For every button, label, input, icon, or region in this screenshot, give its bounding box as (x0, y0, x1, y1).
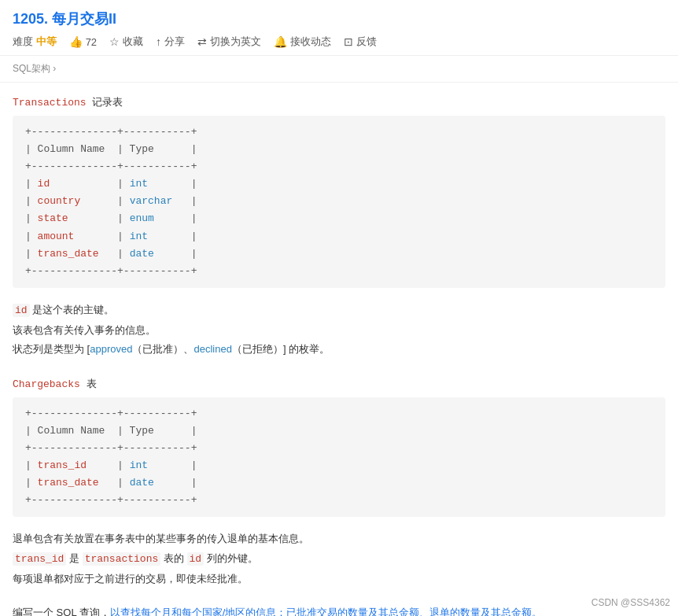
chargebacks-note-1: 退单包含有关放置在事务表中的某些事务的传入退单的基本信息。 (13, 529, 665, 549)
transactions-bottom-border: +--------------+-----------+ (25, 263, 653, 280)
transactions-desc: 记录表 (87, 97, 123, 109)
chargebacks-notes: 退单包含有关放置在事务表中的某些事务的传入退单的基本信息。 trans_id 是… (13, 525, 665, 595)
chargebacks-top-border: +--------------+-----------+ (25, 405, 653, 422)
transactions-note-2: 该表包含有关传入事务的信息。 (13, 321, 665, 341)
switch-language-button[interactable]: ⇄ 切换为英文 (197, 35, 261, 49)
question-link[interactable]: 以查找每个月和每个国家/地区的信息：已批准交易的数量及其总金额、退单的数量及其总… (110, 607, 543, 616)
main-content: Transactions 记录表 +--------------+-------… (0, 83, 678, 616)
feedback-button[interactable]: ⊡ 反馈 (344, 35, 377, 49)
subscribe-label: 接收动态 (290, 35, 331, 49)
favorite-button[interactable]: ☆ 收藏 (109, 35, 143, 49)
chargebacks-note-2: trans_id 是 transactions 表的 id 列的外键。 (13, 549, 665, 570)
transactions-row-state: | state | enum | (25, 210, 653, 227)
share-icon: ↑ (156, 35, 161, 48)
transactions-keyword: Transactions (13, 97, 87, 109)
meta-bar: 难度 中等 👍 72 ☆ 收藏 ↑ 分享 ⇄ 切换为英文 🔔 接收动态 ⊡ 反馈 (13, 35, 665, 49)
question-before-link: 编写一个 SQL 查询， (13, 607, 110, 616)
transactions-note-3: 状态列是类型为 [approved（已批准）、declined（已拒绝）] 的枚… (13, 340, 665, 360)
subscribe-button[interactable]: 🔔 接收动态 (274, 35, 331, 49)
like-icon: 👍 (69, 35, 83, 48)
transactions-row-amount: | amount | int | (25, 228, 653, 245)
star-icon: ☆ (109, 35, 120, 48)
breadcrumb-link[interactable]: SQL架构 › (13, 63, 56, 74)
chargebacks-table-box: +--------------+-----------+ | Column Na… (13, 397, 665, 518)
breadcrumb[interactable]: SQL架构 › (0, 56, 678, 83)
transactions-row-country: | country | varchar | (25, 193, 653, 210)
chargebacks-note-3: 每项退单都对应于之前进行的交易，即使未经批准。 (13, 570, 665, 589)
chargebacks-keyword: Chargebacks (13, 378, 80, 390)
transactions-notes: id 是这个表的主键。 该表包含有关传入事务的信息。 状态列是类型为 [appr… (13, 296, 665, 366)
chargebacks-bottom-border: +--------------+-----------+ (25, 492, 653, 509)
transactions-header-border: +--------------+-----------+ (25, 158, 653, 175)
switch-icon: ⇄ (197, 35, 207, 48)
chargebacks-desc: 表 (80, 378, 97, 390)
feedback-icon: ⊡ (344, 35, 353, 48)
like-count: 72 (86, 36, 97, 48)
transactions-table-box: +--------------+-----------+ | Column Na… (13, 116, 665, 288)
transactions-note-1: id 是这个表的主键。 (13, 301, 665, 321)
page-title: 1205. 每月交易II (13, 9, 665, 28)
difficulty-value: 中等 (36, 35, 57, 47)
chargebacks-header-border: +--------------+-----------+ (25, 440, 653, 457)
switch-label: 切换为英文 (210, 35, 261, 49)
difficulty-label: 难度 中等 (13, 35, 57, 49)
bell-icon: 🔔 (274, 35, 287, 48)
transactions-top-border: +--------------+-----------+ (25, 124, 653, 141)
chargebacks-header: | Column Name | Type | (25, 422, 653, 440)
share-button[interactable]: ↑ 分享 (156, 35, 185, 49)
transactions-row-trans-date: | trans_date | date | (25, 245, 653, 263)
favorite-label: 收藏 (123, 35, 143, 49)
question-text: 编写一个 SQL 查询，以查找每个月和每个国家/地区的信息：已批准交易的数量及其… (13, 603, 665, 616)
csdn-watermark: CSDN @SSS4362 (591, 597, 670, 608)
chargebacks-section-title: Chargebacks 表 (13, 377, 665, 391)
transactions-header: | Column Name | Type | (25, 141, 653, 158)
feedback-label: 反馈 (356, 35, 377, 49)
header: 1205. 每月交易II 难度 中等 👍 72 ☆ 收藏 ↑ 分享 ⇄ 切换为英… (0, 0, 678, 56)
chargebacks-row-trans-id: | trans_id | int | (25, 457, 653, 474)
chargebacks-row-trans-date: | trans_date | date | (25, 474, 653, 492)
question-block: 编写一个 SQL 查询，以查找每个月和每个国家/地区的信息：已批准交易的数量及其… (13, 596, 665, 616)
transactions-section-title: Transactions 记录表 (13, 95, 665, 109)
transactions-row-id: | id | int | (25, 175, 653, 193)
share-label: 分享 (164, 35, 185, 49)
like-button[interactable]: 👍 72 (69, 35, 97, 48)
